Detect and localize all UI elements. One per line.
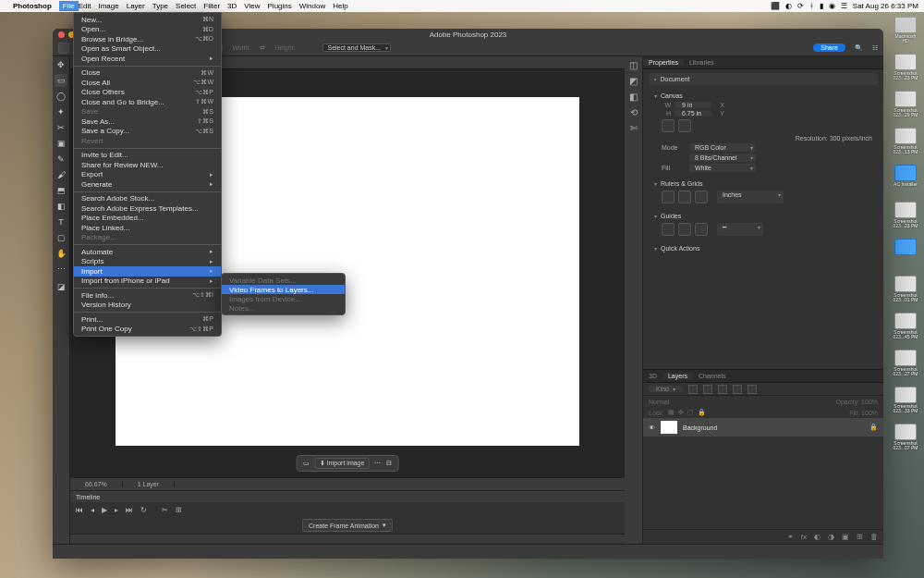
units-dropdown[interactable]: Inches [717, 191, 784, 203]
libraries-tab[interactable]: Libraries [684, 59, 720, 66]
gradient-tool[interactable]: ◧ [55, 200, 67, 213]
move-tool[interactable]: ✥ [55, 58, 67, 71]
menu-item[interactable]: Save As...⇧⌘S [74, 117, 221, 127]
tl-first-icon[interactable]: ⏮ [76, 506, 83, 514]
3d-tab[interactable]: 3D [643, 373, 663, 379]
layer-filter-dropdown[interactable]: Kind [649, 386, 683, 392]
screenshot-file[interactable]: Screenshot 023...23 PM [893, 54, 918, 83]
group-icon[interactable]: ▣ [842, 533, 849, 541]
tl-prev-icon[interactable]: ◂ [91, 506, 94, 514]
fill-opacity-field[interactable]: 100% [861, 410, 878, 416]
menu-item[interactable]: New...⌘N [74, 15, 221, 25]
menu-3d[interactable]: 3D [227, 2, 237, 10]
grid-icon[interactable] [678, 191, 691, 203]
adjustments-panel-icon[interactable]: ◧ [629, 92, 638, 102]
menu-item[interactable]: Import from iPhone or iPad [74, 277, 221, 287]
stamp-tool[interactable]: ⬒ [55, 184, 67, 197]
screenshot-file[interactable]: Screenshot 023...13 PM [893, 128, 918, 157]
menu-item[interactable]: Share for Review NEW... [74, 160, 221, 170]
menu-item[interactable]: Search Adobe Express Templates... [74, 203, 221, 214]
menu-item[interactable]: Save a Copy...⌥⌘S [74, 127, 221, 137]
menu-item[interactable]: Place Embedded... [74, 214, 221, 224]
guide-style-dropdown[interactable]: ━ [717, 223, 763, 236]
menu-item[interactable]: Place Linked... [74, 223, 221, 233]
home-icon[interactable] [58, 43, 69, 54]
guide-icon[interactable] [678, 223, 691, 236]
landscape-icon[interactable] [678, 119, 691, 132]
taskbar-icon[interactable]: ▭ [303, 460, 310, 467]
select-mask-button[interactable]: Select and Mask... [322, 43, 391, 52]
menu-item[interactable]: Browse in Bridge...⌥⌘O [74, 34, 221, 44]
menu-edit[interactable]: Edit [79, 2, 91, 10]
screenshot-file[interactable]: Screenshot 023...33 PM [893, 387, 918, 416]
layer-name[interactable]: Background [683, 424, 717, 431]
drive-icon[interactable]: Macintosh HD [893, 17, 918, 46]
menu-window[interactable]: Window [299, 2, 325, 10]
menu-item[interactable]: Close⌘W [74, 68, 221, 79]
width-field[interactable]: 9 in [675, 102, 711, 108]
screenshot-file[interactable]: Screenshot 023...45 PM [893, 313, 918, 342]
delete-layer-icon[interactable]: 🗑 [870, 533, 878, 541]
comments-panel-icon[interactable]: ✄ [630, 123, 638, 133]
lasso-tool[interactable]: ◯ [55, 90, 67, 103]
link-layers-icon[interactable]: ⚭ [787, 533, 794, 541]
timeline-tab[interactable]: Timeline [70, 491, 625, 502]
menu-item[interactable]: Search Adobe Stock... [74, 194, 221, 204]
pin-icon[interactable]: ⊟ [386, 460, 392, 467]
crop-tool[interactable]: ✂ [55, 121, 67, 134]
menu-item[interactable]: Open...⌘O [74, 25, 221, 35]
screenshot-file[interactable]: Screenshot 023...27 PM [893, 350, 918, 379]
swatches-panel-icon[interactable]: ◩ [629, 76, 638, 86]
tl-transition-icon[interactable]: ⊞ [176, 506, 182, 514]
filter-smart-icon[interactable] [748, 385, 757, 394]
menu-filter[interactable]: Filter [203, 2, 220, 10]
marquee-tool[interactable]: ▭ [55, 74, 67, 87]
lock-all-icon[interactable]: 🔒 [698, 409, 706, 416]
tl-next-icon[interactable]: ▸ [115, 506, 118, 514]
menu-item[interactable]: Print One Copy⌥⇧⌘P [74, 325, 221, 335]
bluetooth-icon[interactable]: ᚼ [809, 2, 814, 10]
menu-item[interactable]: Version History [74, 301, 221, 311]
battery-icon[interactable]: ▮ [820, 2, 823, 10]
screenshot-file[interactable]: Screenshot 023...07 PM [893, 424, 918, 453]
menu-item[interactable]: Invite to Edit... [74, 151, 221, 161]
menu-item[interactable]: Open as Smart Object... [74, 44, 221, 55]
tl-scissors-icon[interactable]: ✂ [162, 506, 168, 514]
clock[interactable]: Sat Aug 26 6:33 PM [853, 2, 918, 10]
new-layer-icon[interactable]: ⊞ [857, 533, 863, 541]
blend-mode-dropdown[interactable]: Normal [649, 399, 670, 405]
quick-actions-section[interactable]: Quick Actions [649, 243, 878, 253]
menu-item[interactable]: Generate [74, 179, 221, 190]
menu-plugins[interactable]: Plugins [268, 2, 292, 10]
fx-icon[interactable]: fx [801, 533, 807, 541]
search-icon[interactable]: 🔍 [855, 44, 863, 52]
guide-icon[interactable] [662, 223, 675, 236]
lock-pixels-icon[interactable]: ▦ [668, 409, 675, 416]
submenu-item[interactable]: Video Frames to Layers... [222, 285, 345, 294]
tl-last-icon[interactable]: ⏭ [126, 506, 133, 514]
menu-item[interactable]: Close Others⌥⌘P [74, 88, 221, 98]
mode-dropdown[interactable]: RGB Color [689, 143, 756, 152]
menu-help[interactable]: Help [333, 2, 347, 10]
menu-layer[interactable]: Layer [127, 2, 145, 10]
mask-icon[interactable]: ◐ [814, 533, 821, 541]
more-icon[interactable]: ⋯ [374, 460, 381, 467]
sync-icon[interactable]: ⟳ [797, 2, 804, 10]
guide-icon[interactable] [695, 223, 708, 236]
screenshot-file[interactable]: Screenshot 023...23 PM [893, 202, 918, 231]
wand-tool[interactable]: ✦ [55, 105, 67, 118]
more-tools[interactable]: ⋯ [55, 263, 67, 276]
layer-row[interactable]: 👁 Background 🔒 [643, 418, 883, 437]
menu-item[interactable]: Open Recent [74, 54, 221, 64]
filter-shape-icon[interactable] [733, 385, 742, 394]
menu-image[interactable]: Image [98, 2, 118, 10]
filter-adjust-icon[interactable] [703, 385, 712, 394]
menu-file[interactable]: File [59, 1, 79, 11]
lock-artboard-icon[interactable]: ▢ [687, 409, 694, 416]
layer-thumbnail[interactable] [661, 421, 677, 434]
tl-loop-icon[interactable]: ↻ [140, 506, 147, 514]
depth-dropdown[interactable]: 8 Bits/Channel [689, 154, 756, 162]
menu-item[interactable]: Scripts [74, 257, 221, 267]
cc-icon[interactable]: ◐ [785, 2, 792, 10]
menu-item[interactable]: Import [74, 266, 221, 277]
